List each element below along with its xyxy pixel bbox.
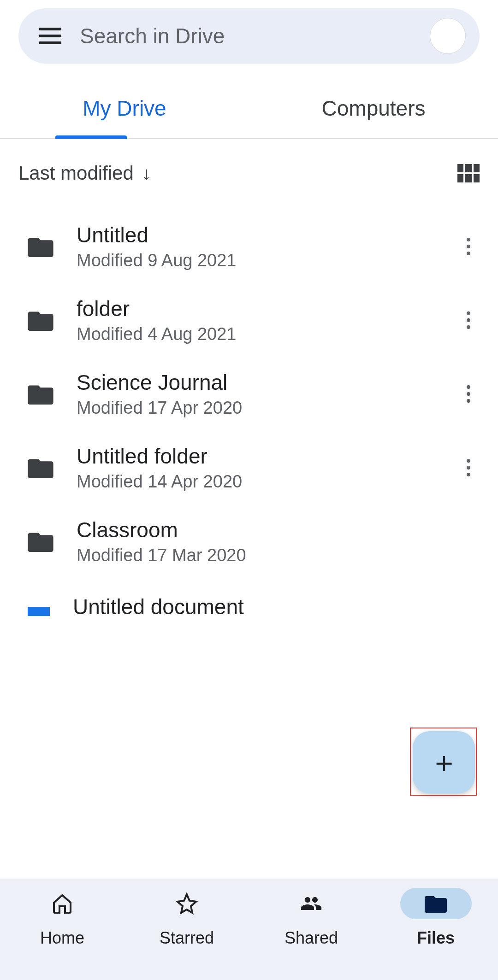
nav-files[interactable]: Files	[374, 888, 498, 980]
file-name: Science Journal	[77, 370, 434, 395]
add-button[interactable]: ＋	[413, 731, 475, 793]
file-list: Untitled Modified 9 Aug 2021 folder Modi…	[0, 210, 498, 632]
file-modified: Modified 17 Apr 2020	[77, 398, 434, 418]
overflow-menu-icon[interactable]	[457, 309, 480, 331]
nav-label: Files	[417, 928, 455, 948]
list-item[interactable]: Untitled Modified 9 Aug 2021	[0, 210, 498, 283]
file-name: Untitled folder	[77, 444, 434, 469]
grid-view-icon[interactable]	[457, 164, 480, 182]
menu-icon[interactable]	[39, 25, 61, 47]
nav-home[interactable]: Home	[0, 888, 125, 980]
nav-starred[interactable]: Starred	[125, 888, 249, 980]
sort-label-text: Last modified	[18, 162, 134, 184]
tab-computers[interactable]: Computers	[249, 82, 498, 138]
nav-label: Home	[40, 928, 84, 948]
sort-button[interactable]: Last modified ↓	[18, 162, 151, 184]
file-modified: Modified 17 Mar 2020	[77, 546, 480, 565]
overflow-menu-icon[interactable]	[457, 235, 480, 258]
nav-label: Starred	[160, 928, 214, 948]
file-text: Untitled document	[73, 594, 480, 619]
avatar[interactable]	[430, 18, 466, 54]
folder-icon	[28, 531, 53, 552]
list-item[interactable]: Untitled document	[0, 578, 498, 632]
search-input[interactable]: Search in Drive	[80, 23, 430, 48]
overflow-menu-icon[interactable]	[457, 383, 480, 405]
file-text: Untitled folder Modified 14 Apr 2020	[77, 444, 434, 492]
file-text: Untitled Modified 9 Aug 2021	[77, 223, 434, 270]
folder-filled-icon	[425, 892, 447, 915]
list-item[interactable]: Classroom Modified 17 Mar 2020	[0, 505, 498, 578]
bottom-nav: Home Starred Shared Files	[0, 879, 498, 980]
folder-icon	[28, 236, 53, 257]
file-text: Classroom Modified 17 Mar 2020	[77, 517, 480, 565]
file-name: Untitled	[77, 223, 434, 247]
nav-label: Shared	[285, 928, 338, 948]
people-icon	[300, 892, 322, 915]
tab-my-drive[interactable]: My Drive	[0, 82, 249, 138]
list-item[interactable]: Science Journal Modified 17 Apr 2020	[0, 357, 498, 431]
file-modified: Modified 9 Aug 2021	[77, 251, 434, 270]
folder-icon	[28, 457, 53, 478]
list-item[interactable]: Untitled folder Modified 14 Apr 2020	[0, 431, 498, 505]
file-text: Science Journal Modified 17 Apr 2020	[77, 370, 434, 418]
list-item[interactable]: folder Modified 4 Aug 2021	[0, 283, 498, 357]
overflow-menu-icon[interactable]	[457, 457, 480, 479]
star-icon	[176, 892, 198, 915]
folder-icon	[28, 383, 53, 405]
file-modified: Modified 4 Aug 2021	[77, 324, 434, 344]
file-text: folder Modified 4 Aug 2021	[77, 296, 434, 344]
tab-indicator	[55, 135, 127, 139]
file-modified: Modified 14 Apr 2020	[77, 472, 434, 492]
home-icon	[51, 892, 73, 915]
search-bar[interactable]: Search in Drive	[18, 8, 480, 64]
nav-shared[interactable]: Shared	[249, 888, 374, 980]
file-name: folder	[77, 296, 434, 321]
file-name: Classroom	[77, 517, 480, 542]
arrow-down-icon: ↓	[142, 163, 151, 184]
tabs: My Drive Computers	[0, 82, 498, 139]
sort-bar: Last modified ↓	[0, 139, 498, 210]
doc-icon	[28, 607, 50, 616]
file-name: Untitled document	[73, 594, 480, 619]
folder-icon	[28, 310, 53, 331]
plus-icon: ＋	[429, 742, 459, 782]
